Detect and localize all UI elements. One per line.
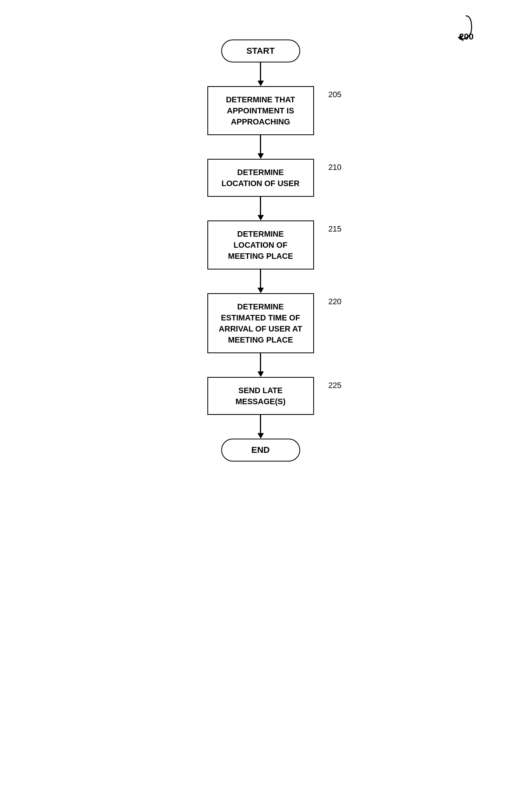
step-215-box: DETERMINE LOCATION OF MEETING PLACE <box>207 220 314 269</box>
arrow-3 <box>258 197 264 220</box>
step-225-box: SEND LATE MESSAGE(S) <box>207 377 314 415</box>
arrow-line-3 <box>260 197 261 215</box>
arrow-line-1 <box>260 62 261 81</box>
diagram-container: 200 START DETERMINE THAT APPOINTMENT IS … <box>0 0 521 812</box>
step-225-wrapper: SEND LATE MESSAGE(S) 225 <box>207 377 314 415</box>
step-205-box: DETERMINE THAT APPOINTMENT IS APPROACHIN… <box>207 86 314 135</box>
step-225-label: 225 <box>328 381 341 390</box>
step-215-wrapper: DETERMINE LOCATION OF MEETING PLACE 215 <box>207 220 314 269</box>
flowchart: START DETERMINE THAT APPOINTMENT IS APPR… <box>207 40 314 462</box>
step-220-box: DETERMINE ESTIMATED TIME OF ARRIVAL OF U… <box>207 293 314 353</box>
arrow-line-2 <box>260 135 261 153</box>
arrow-line-5 <box>260 353 261 371</box>
arrow-6 <box>258 415 264 439</box>
start-node: START <box>221 40 300 62</box>
step-205-label: 205 <box>328 90 341 99</box>
step-220-label: 220 <box>328 297 341 306</box>
arrow-head-1 <box>258 81 264 86</box>
step-210-box: DETERMINE LOCATION OF USER <box>207 159 314 197</box>
arrow-1 <box>258 62 264 86</box>
arrow-head-5 <box>258 371 264 377</box>
arrow-2 <box>258 135 264 159</box>
arrow-head-4 <box>258 288 264 293</box>
arrow-line-4 <box>260 269 261 288</box>
step-210-label: 210 <box>328 163 341 172</box>
end-node: END <box>221 439 300 462</box>
arrow-head-6 <box>258 433 264 439</box>
arrow-head-3 <box>258 215 264 220</box>
step-215-label: 215 <box>328 224 341 234</box>
arrow-4 <box>258 269 264 293</box>
step-205-wrapper: DETERMINE THAT APPOINTMENT IS APPROACHIN… <box>207 86 314 135</box>
arrow-5 <box>258 353 264 377</box>
arrow-line-6 <box>260 415 261 433</box>
step-220-wrapper: DETERMINE ESTIMATED TIME OF ARRIVAL OF U… <box>207 293 314 353</box>
step-210-wrapper: DETERMINE LOCATION OF USER 210 <box>207 159 314 197</box>
arrow-head-2 <box>258 153 264 159</box>
figure-number: 200 <box>459 32 474 42</box>
